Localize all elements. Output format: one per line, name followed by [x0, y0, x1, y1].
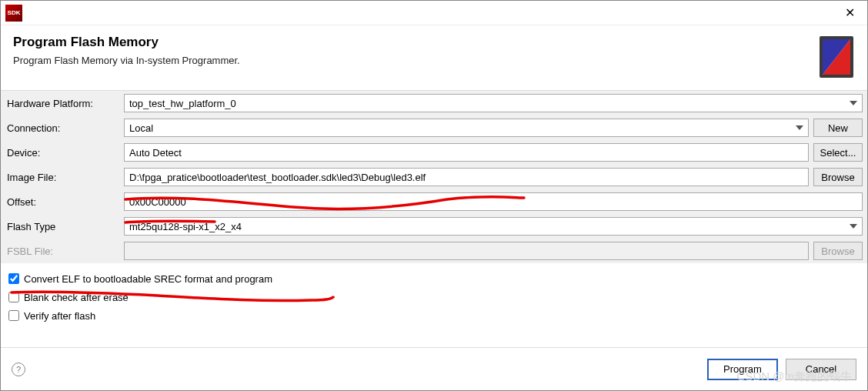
browse-fsbl-button: Browse — [813, 242, 863, 260]
close-icon[interactable]: ✕ — [840, 4, 860, 22]
offset-input[interactable] — [124, 192, 863, 211]
dialog-title: Program Flash Memory — [13, 35, 240, 50]
blank-check-checkbox[interactable] — [8, 292, 19, 302]
new-button[interactable]: New — [813, 119, 863, 137]
browse-image-button[interactable]: Browse — [813, 168, 863, 186]
convert-elf-label: Convert ELF to bootloadable SREC format … — [24, 273, 272, 285]
cancel-button[interactable]: Cancel — [786, 359, 856, 380]
flash-type-select[interactable]: mt25qu128-spi-x1_x2_x4 — [124, 217, 863, 236]
image-file-input[interactable] — [124, 168, 809, 186]
dialog-header: Program Flash Memory Program Flash Memor… — [1, 25, 867, 91]
form-area: Hardware Platform: top_test_hw_platform_… — [1, 91, 867, 263]
blank-check-label: Blank check after erase — [24, 292, 129, 303]
verify-label: Verify after flash — [24, 310, 95, 322]
dialog-footer: ? Program Cancel — [1, 347, 867, 390]
sdk-app-icon: SDK — [5, 5, 22, 22]
program-button[interactable]: Program — [707, 359, 778, 380]
hardware-platform-select[interactable]: top_test_hw_platform_0 — [124, 94, 863, 112]
checkbox-area: Convert ELF to bootloadable SREC format … — [1, 263, 867, 328]
help-icon[interactable]: ? — [12, 363, 25, 376]
label-flash-type: Flash Type — [5, 221, 119, 232]
titlebar: SDK ✕ — [1, 1, 867, 25]
label-offset: Offset: — [5, 196, 119, 208]
label-connection: Connection: — [5, 122, 119, 134]
dialog-subtitle: Program Flash Memory via In-system Progr… — [13, 55, 240, 66]
verify-checkbox[interactable] — [8, 310, 19, 321]
label-image-file: Image File: — [5, 172, 119, 183]
convert-elf-checkbox[interactable] — [8, 273, 19, 284]
label-device: Device: — [5, 147, 119, 159]
select-button[interactable]: Select... — [813, 143, 863, 162]
label-hardware-platform: Hardware Platform: — [5, 98, 119, 109]
label-fsbl-file: FSBL File: — [5, 246, 119, 257]
connection-select[interactable]: Local — [124, 119, 809, 137]
device-input[interactable] — [124, 143, 809, 162]
banner-chip-icon — [818, 35, 855, 79]
fsbl-file-input — [124, 242, 809, 260]
